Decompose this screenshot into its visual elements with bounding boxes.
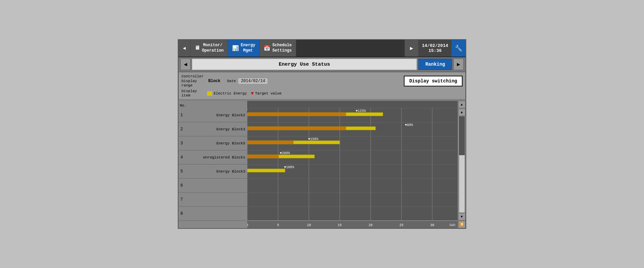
row-name-3: Energy Block5 bbox=[188, 141, 247, 145]
bar-5-energy bbox=[247, 169, 285, 172]
chart-label-row-8: 8 bbox=[178, 207, 247, 221]
scroll-up-button[interactable]: ▲ bbox=[458, 101, 466, 108]
chart-area: ▼125% ▼80% ▼150% ▼200% ▼100% bbox=[247, 101, 458, 228]
nav-play-button[interactable]: ▶ bbox=[405, 40, 419, 57]
row-name-1: Energy Block2 bbox=[188, 113, 247, 117]
x-label-25: 25 bbox=[399, 223, 404, 227]
display-switching-badge[interactable]: Display switching bbox=[404, 76, 463, 86]
energy-icon: 📊 bbox=[232, 45, 239, 52]
row-num-2: 2 bbox=[178, 127, 188, 132]
bar-3-over bbox=[247, 141, 293, 144]
ranking-tab[interactable]: Ranking bbox=[418, 59, 452, 70]
chart-svg: ▼125% ▼80% ▼150% ▼200% ▼100% bbox=[247, 101, 458, 228]
bar-1-over bbox=[247, 113, 346, 116]
chart-label-row-4: 4 Unregistered Blocks bbox=[178, 150, 247, 164]
energy-use-status-title: Energy Use Status bbox=[192, 59, 417, 70]
chart-label-row-3: 3 Energy Block5 bbox=[178, 136, 247, 150]
row-num-6: 6 bbox=[178, 183, 188, 188]
schedule-icon: 📅 bbox=[264, 45, 270, 52]
row-num-3: 3 bbox=[178, 141, 188, 146]
main-screen: ◀ 🖥 Monitor/Operation 📊 EnergyMgmt 📅 Sch… bbox=[178, 39, 466, 229]
chart-labels: No. 1 Energy Block2 2 Energy Block3 3 En… bbox=[178, 101, 247, 228]
scroll-down-button[interactable]: ▼ bbox=[458, 213, 466, 220]
row-name-2: Energy Block3 bbox=[188, 127, 247, 131]
scroll-up-page-button[interactable]: ▲ bbox=[458, 109, 466, 116]
x-label-30: 30 bbox=[430, 223, 434, 227]
target-label-1: ▼125% bbox=[356, 109, 366, 113]
date-label: Date bbox=[227, 79, 236, 83]
controls-row2: Display item Electric Energy ▼ Target va… bbox=[181, 89, 463, 98]
tab-energy-label: EnergyMgmt bbox=[241, 43, 255, 53]
chart-label-row-2: 2 Energy Block3 bbox=[178, 122, 247, 136]
x-label-0: 0 bbox=[247, 223, 248, 227]
row-name-4: Unregistered Blocks bbox=[188, 155, 247, 159]
tab-schedule[interactable]: 📅 ScheduleSettings bbox=[260, 40, 296, 57]
display-range-value: Block bbox=[208, 79, 220, 83]
second-fwd-arrow-icon: ▶ bbox=[457, 61, 460, 68]
controls-row1: Controller Display range Block Date 2014… bbox=[181, 74, 463, 88]
monitor-icon: 🖥 bbox=[195, 45, 200, 51]
row-num-4: 4 bbox=[178, 155, 188, 160]
chart-container: No. 1 Energy Block2 2 Energy Block3 3 En… bbox=[178, 101, 466, 228]
tab-schedule-label: ScheduleSettings bbox=[272, 43, 292, 53]
nav-spacer bbox=[296, 40, 405, 57]
target-label-5: ▼100% bbox=[284, 165, 294, 169]
second-back-arrow-icon: ◀ bbox=[184, 61, 187, 68]
bar-2-over bbox=[247, 127, 346, 130]
controller-label: Controller bbox=[181, 74, 205, 78]
settings-icon: 🔧 bbox=[455, 45, 462, 52]
tab-monitor-label: Monitor/Operation bbox=[202, 43, 224, 53]
nav-datetime: 14/02/2014 15:36 bbox=[419, 40, 451, 57]
chart-label-row-5: 5 Energy Block3 bbox=[178, 164, 247, 179]
second-nav-forward-button[interactable]: ▶ bbox=[453, 59, 464, 70]
scroll-end-button[interactable]: ⏬ bbox=[458, 221, 466, 228]
scroll-thumb[interactable] bbox=[459, 117, 465, 155]
play-icon: ▶ bbox=[410, 45, 413, 52]
chart-label-row-7: 7 bbox=[178, 193, 247, 207]
date-value[interactable]: 2014/02/14 bbox=[238, 78, 268, 84]
nav-date: 14/02/2014 bbox=[422, 43, 448, 48]
back-arrow-icon: ◀ bbox=[183, 45, 185, 51]
bar-4-over bbox=[247, 155, 279, 158]
display-range-label: Display range bbox=[181, 79, 205, 88]
scrollbar: ▲ ▲ ▼ ⏬ bbox=[458, 101, 466, 228]
chart-header: No. bbox=[178, 101, 247, 108]
row-num-5: 5 bbox=[178, 169, 188, 174]
nav-back-button[interactable]: ◀ bbox=[178, 40, 191, 57]
nav-time: 15:36 bbox=[428, 48, 441, 53]
energy-legend-label: Electric Energy bbox=[214, 91, 247, 95]
row-num-8: 8 bbox=[178, 211, 188, 216]
target-legend-label: Target value bbox=[255, 91, 281, 95]
x-label-15: 15 bbox=[338, 223, 342, 227]
chart-label-row-6: 6 bbox=[178, 179, 247, 193]
x-label-20: 20 bbox=[369, 223, 373, 227]
second-nav-back-button[interactable]: ◀ bbox=[180, 59, 191, 70]
row-name-5: Energy Block3 bbox=[188, 170, 247, 174]
x-label-10: 10 bbox=[307, 223, 311, 227]
top-nav: ◀ 🖥 Monitor/Operation 📊 EnergyMgmt 📅 Sch… bbox=[178, 40, 466, 57]
ranking-label: Ranking bbox=[425, 62, 445, 67]
display-switching-label: Display switching bbox=[409, 78, 457, 84]
target-label-3: ▼150% bbox=[308, 137, 318, 141]
nav-settings-button[interactable]: 🔧 bbox=[451, 40, 466, 57]
tab-monitor[interactable]: 🖥 Monitor/Operation bbox=[191, 40, 228, 57]
chart-label-row-1: 1 Energy Block2 bbox=[178, 108, 247, 122]
display-item-label: Display item bbox=[181, 89, 205, 98]
row-num-7: 7 bbox=[178, 197, 188, 202]
scroll-track bbox=[459, 117, 465, 212]
target-label-4: ▼200% bbox=[280, 151, 290, 155]
x-label-5: 5 bbox=[277, 223, 279, 227]
energy-legend-square bbox=[207, 91, 212, 96]
second-nav: ◀ Energy Use Status Ranking ▶ bbox=[178, 57, 466, 72]
controls-area: Controller Display range Block Date 2014… bbox=[178, 72, 466, 100]
target-label-2: ▼80% bbox=[405, 123, 413, 127]
row-num-1: 1 bbox=[178, 113, 188, 118]
x-unit: kWh bbox=[449, 223, 455, 227]
tab-energy[interactable]: 📊 EnergyMgmt bbox=[228, 40, 260, 57]
no-header: No. bbox=[180, 104, 186, 108]
target-legend-triangle: ▼ bbox=[251, 91, 254, 96]
